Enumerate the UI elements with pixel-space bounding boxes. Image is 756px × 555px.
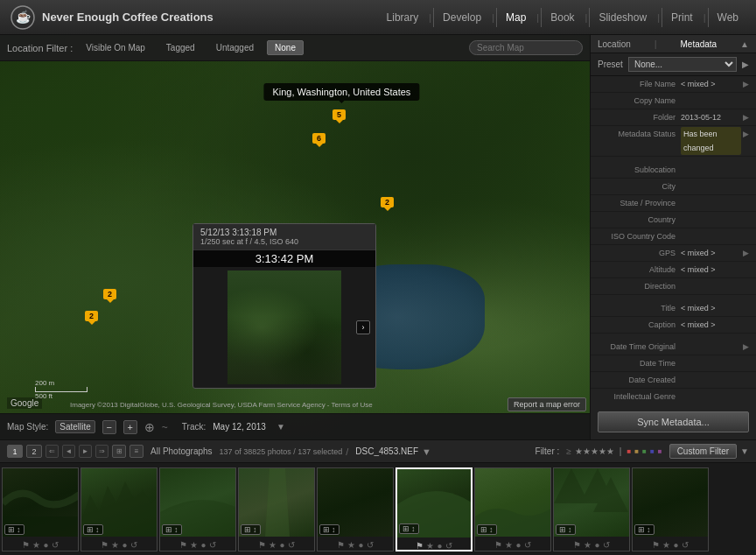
film-color-icon-5[interactable]: ● bbox=[358, 540, 363, 550]
nav-library[interactable]: Library bbox=[378, 8, 428, 27]
film-color-icon-3[interactable]: ● bbox=[200, 540, 206, 550]
sync-metadata-button[interactable]: Sync Metadata... bbox=[598, 411, 749, 432]
meta-expand-metastatus[interactable]: ▶ bbox=[743, 130, 749, 138]
film-star-icon-9[interactable]: ★ bbox=[662, 540, 670, 550]
film-star-icon-1[interactable]: ★ bbox=[32, 540, 40, 550]
film-rotate-icon-7[interactable]: ↺ bbox=[524, 540, 531, 550]
nav-map[interactable]: Map bbox=[496, 8, 535, 27]
film-page-2[interactable]: 2 bbox=[26, 445, 42, 458]
film-color-icon-7[interactable]: ● bbox=[515, 540, 521, 550]
film-color-yellow[interactable]: ■ bbox=[634, 447, 639, 455]
film-star-filter[interactable]: ★★★★★ bbox=[575, 446, 614, 456]
map-marker-5a[interactable]: 5 bbox=[332, 109, 346, 120]
photo-popup-next[interactable]: › bbox=[356, 320, 370, 334]
film-flag-icon-5[interactable]: ⚑ bbox=[337, 540, 345, 550]
film-filter-operator[interactable]: ≥ bbox=[566, 446, 571, 456]
film-rotate-icon-6[interactable]: ↺ bbox=[445, 541, 452, 551]
film-filter-arrow[interactable]: ▼ bbox=[740, 446, 749, 456]
film-view-list[interactable]: ≡ bbox=[130, 445, 144, 458]
map-location-icon[interactable]: ⊕ bbox=[144, 420, 155, 434]
meta-expand-filename[interactable]: ▶ bbox=[743, 80, 749, 88]
filmstrip-scroll[interactable]: ⊞ ↕ ⚑ ★ ● ↺ ⊞ ↕ ⚑ ★ ● ↺ bbox=[0, 463, 756, 555]
map-marker-6[interactable]: 6 bbox=[312, 133, 326, 144]
film-thumb-3[interactable]: ⊞ ↕ ⚑ ★ ● ↺ bbox=[159, 467, 236, 551]
film-page-1[interactable]: 1 bbox=[7, 445, 23, 458]
film-thumb-7[interactable]: ⊞ ↕ ⚑ ★ ● ↺ bbox=[474, 467, 551, 551]
film-star-icon-6[interactable]: ★ bbox=[426, 541, 434, 551]
film-star-icon-7[interactable]: ★ bbox=[505, 540, 513, 550]
film-thumb-2[interactable]: ⊞ ↕ ⚑ ★ ● ↺ bbox=[80, 467, 158, 551]
film-rotate-icon-9[interactable]: ↺ bbox=[682, 540, 689, 550]
map-container[interactable]: Location Filter : Visible On Map Tagged … bbox=[0, 35, 590, 439]
nav-slideshow[interactable]: Slideshow bbox=[589, 8, 655, 27]
film-color-purple[interactable]: ■ bbox=[658, 447, 662, 455]
film-flag-icon-9[interactable]: ⚑ bbox=[652, 540, 660, 550]
map-marker-2c[interactable]: 2 bbox=[85, 311, 98, 321]
film-view-grid[interactable]: ⊞ bbox=[112, 445, 126, 458]
nav-web[interactable]: Web bbox=[708, 8, 747, 27]
search-map-input[interactable] bbox=[469, 40, 583, 55]
film-thumb-1[interactable]: ⊞ ↕ ⚑ ★ ● ↺ bbox=[2, 467, 79, 551]
film-star-icon-3[interactable]: ★ bbox=[190, 540, 198, 550]
film-color-icon-8[interactable]: ● bbox=[594, 540, 599, 550]
nav-book[interactable]: Book bbox=[541, 8, 583, 27]
film-color-red[interactable]: ■ bbox=[626, 447, 631, 455]
film-rotate-icon-2[interactable]: ↺ bbox=[130, 540, 137, 550]
metadata-tab[interactable]: Metadata bbox=[680, 39, 717, 49]
film-flag-icon-3[interactable]: ⚑ bbox=[179, 540, 187, 550]
film-star-icon-5[interactable]: ★ bbox=[347, 540, 355, 550]
map-zoom-in[interactable]: + bbox=[123, 420, 137, 434]
film-thumb-4[interactable]: ⊞ ↕ ⚑ ★ ● ↺ bbox=[238, 467, 315, 551]
film-color-blue[interactable]: ■ bbox=[650, 447, 654, 455]
location-tab[interactable]: Location bbox=[598, 39, 631, 49]
nav-print[interactable]: Print bbox=[662, 8, 702, 27]
preset-expand-icon[interactable]: ▶ bbox=[742, 60, 749, 69]
filter-none[interactable]: None bbox=[267, 40, 304, 55]
film-thumb-6[interactable]: ⊞ ↕ ⚑ ★ ● ↺ bbox=[396, 467, 472, 551]
meta-expand-folder[interactable]: ▶ bbox=[743, 113, 749, 122]
film-nav-next-next[interactable]: ⇒ bbox=[95, 445, 108, 458]
filter-tagged[interactable]: Tagged bbox=[158, 40, 203, 55]
report-map-error[interactable]: Report a map error bbox=[508, 397, 586, 411]
film-flag-icon-4[interactable]: ⚑ bbox=[258, 540, 266, 550]
panel-expand-icon[interactable]: ▲ bbox=[740, 39, 749, 49]
film-rotate-icon-3[interactable]: ↺ bbox=[209, 540, 216, 550]
film-flag-icon-1[interactable]: ⚑ bbox=[22, 540, 30, 550]
film-color-icon-6[interactable]: ● bbox=[437, 541, 442, 551]
film-star-icon-2[interactable]: ★ bbox=[111, 540, 119, 550]
film-flag-icon-8[interactable]: ⚑ bbox=[573, 540, 581, 550]
map-zoom-out[interactable]: − bbox=[102, 420, 116, 434]
map-style-select[interactable]: Satellite bbox=[55, 420, 95, 433]
film-star-icon-4[interactable]: ★ bbox=[269, 540, 276, 550]
meta-expand-datetimeorig[interactable]: ▶ bbox=[743, 342, 749, 351]
film-thumb-5[interactable]: ⊞ ↕ ⚑ ★ ● ↺ bbox=[317, 467, 394, 551]
filter-untagged[interactable]: Untagged bbox=[208, 40, 262, 55]
film-color-icon-4[interactable]: ● bbox=[279, 540, 284, 550]
map-marker-2a[interactable]: 2 bbox=[381, 197, 394, 207]
film-rotate-icon-5[interactable]: ↺ bbox=[367, 540, 374, 550]
film-color-icon-2[interactable]: ● bbox=[122, 540, 127, 550]
film-thumb-8[interactable]: ⊞ ↕ ⚑ ★ ● ↺ bbox=[553, 467, 630, 551]
film-color-icon-9[interactable]: ● bbox=[673, 540, 678, 550]
map-marker-2b[interactable]: 2 bbox=[103, 289, 116, 299]
film-color-green[interactable]: ■ bbox=[642, 447, 647, 455]
film-filename-arrow[interactable]: ▼ bbox=[422, 446, 431, 457]
preset-select[interactable]: None... bbox=[628, 57, 737, 72]
film-rotate-icon-4[interactable]: ↺ bbox=[288, 540, 295, 550]
film-flag-icon-7[interactable]: ⚑ bbox=[494, 540, 502, 550]
film-nav-prev-prev[interactable]: ⇐ bbox=[46, 445, 59, 458]
film-nav-prev[interactable]: ◄ bbox=[62, 445, 75, 458]
film-rotate-icon-1[interactable]: ↺ bbox=[52, 540, 59, 550]
film-flag-icon-2[interactable]: ⚑ bbox=[101, 540, 108, 550]
film-color-icon-1[interactable]: ● bbox=[43, 540, 48, 550]
custom-filter-button[interactable]: Custom Filter bbox=[669, 444, 737, 459]
nav-develop[interactable]: Develop bbox=[433, 8, 490, 27]
filter-visible-on-map[interactable]: Visible On Map bbox=[78, 40, 153, 55]
film-star-icon-8[interactable]: ★ bbox=[584, 540, 592, 550]
film-flag-icon-6[interactable]: ⚑ bbox=[416, 541, 424, 551]
film-nav-next[interactable]: ► bbox=[79, 445, 92, 458]
meta-expand-gps[interactable]: ▶ bbox=[743, 249, 749, 257]
film-thumb-9[interactable]: ⊞ ↕ ⚑ ★ ● ↺ bbox=[632, 467, 709, 551]
film-rotate-icon-8[interactable]: ↺ bbox=[603, 540, 610, 550]
meta-row-copyname: Copy Name bbox=[591, 93, 756, 109]
